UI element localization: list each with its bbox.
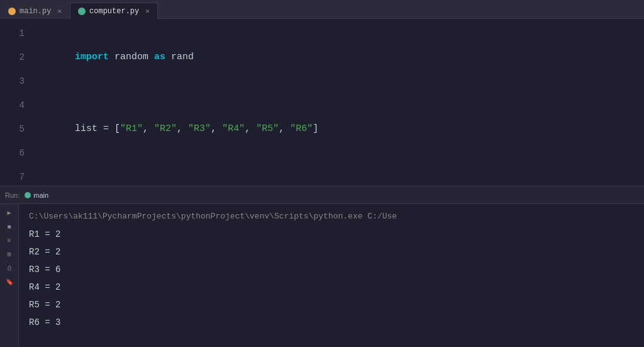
tab-computer-close[interactable]: ✕ xyxy=(145,7,150,15)
sidebar-grid-icon[interactable]: ⊞ xyxy=(4,249,14,259)
sidebar-bookmark-icon[interactable]: 🔖 xyxy=(4,277,14,287)
str-r6: "R6" xyxy=(290,123,313,134)
run-header: Run: main xyxy=(0,186,644,204)
line-num-5: 5 xyxy=(0,117,25,141)
str-r4: "R4" xyxy=(222,123,245,134)
tab-bar: main.py ✕ computer.py ✕ xyxy=(0,0,644,19)
run-tab-icon xyxy=(25,192,31,198)
str-r3: "R3" xyxy=(188,123,211,134)
code-content[interactable]: import random as rand list = ["R1", "R2"… xyxy=(35,19,644,186)
tab-computer-icon xyxy=(78,8,86,15)
line-num-2: 2 xyxy=(0,45,25,69)
output-cmd-line: C:\Users\ak111\PycharmProjects\pythonPro… xyxy=(29,208,634,225)
output-r2: R2 = 2 xyxy=(29,243,634,261)
run-label: Run: xyxy=(5,191,19,199)
output-r3: R3 = 6 xyxy=(29,261,634,278)
var-random: random xyxy=(109,52,154,62)
str-r2: "R2" xyxy=(154,123,177,134)
str-r1: "R1" xyxy=(120,123,143,134)
run-tab-label: main xyxy=(33,191,48,199)
sidebar-play-icon[interactable]: ▶ xyxy=(4,208,14,218)
tab-computer-label: computer.py xyxy=(89,7,139,16)
output-r4: R4 = 2 xyxy=(29,278,634,296)
tab-computer[interactable]: computer.py ✕ xyxy=(70,3,158,19)
line-numbers: 1 2 3 4 5 6 7 xyxy=(0,19,35,186)
line-num-4: 4 xyxy=(0,93,25,117)
tab-main-label: main.py xyxy=(19,7,51,16)
output-r6: R6 = 3 xyxy=(29,314,634,331)
run-sidebar: ▶ ■ ≡ ⊞ ⎙ 🔖 xyxy=(0,204,19,347)
line-num-3: 3 xyxy=(0,69,25,93)
output-r5: R5 = 2 xyxy=(29,296,634,314)
run-panel: ▶ ■ ≡ ⊞ ⎙ 🔖 C:\Users\ak111\PycharmProjec… xyxy=(0,204,644,347)
var-rand: rand xyxy=(165,52,194,62)
sidebar-stop-icon[interactable]: ■ xyxy=(4,222,14,232)
line-num-6: 6 xyxy=(0,141,25,165)
str-r5: "R5" xyxy=(256,123,279,134)
code-line-3 xyxy=(41,165,644,186)
tab-main[interactable]: main.py ✕ xyxy=(0,3,70,19)
sidebar-print-icon[interactable]: ⎙ xyxy=(4,263,14,273)
kw-as: as xyxy=(154,52,165,62)
code-line-1: import random as rand xyxy=(41,21,644,93)
op-assign: = [ xyxy=(97,123,120,134)
tab-main-icon xyxy=(8,8,16,15)
run-output: C:\Users\ak111\PycharmProjects\pythonPro… xyxy=(19,204,644,347)
output-r1: R1 = 2 xyxy=(29,225,634,243)
var-list: list xyxy=(75,123,97,134)
tab-main-close[interactable]: ✕ xyxy=(57,7,62,15)
run-tab-main[interactable]: main xyxy=(25,191,48,199)
editor-area: 1 2 3 4 5 6 7 import random as rand list… xyxy=(0,19,644,186)
kw-import: import xyxy=(75,52,109,62)
code-line-2: list = ["R1", "R2", "R3", "R4", "R5", "R… xyxy=(41,93,644,165)
line-num-1: 1 xyxy=(0,21,25,45)
sidebar-list-icon[interactable]: ≡ xyxy=(4,236,14,246)
line-num-7: 7 xyxy=(0,165,25,186)
